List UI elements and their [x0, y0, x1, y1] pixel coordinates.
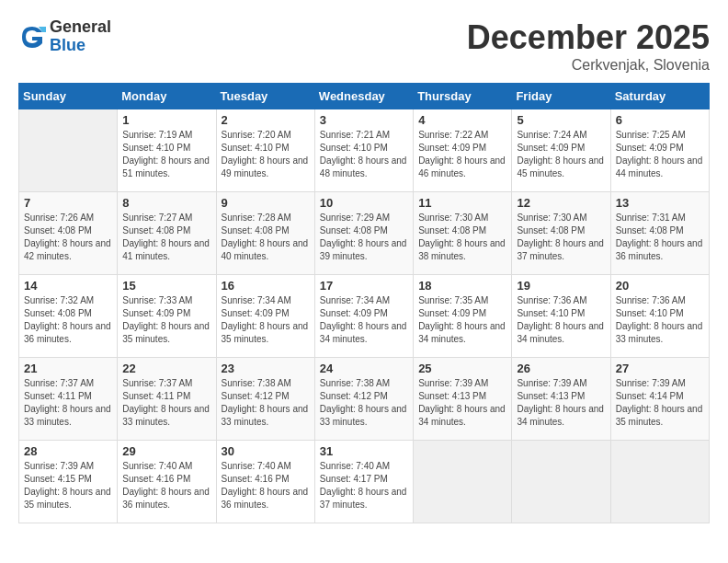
day-number: 9: [222, 196, 310, 210]
day-info: Sunrise: 7:21 AMSunset: 4:10 PMDaylight:…: [320, 129, 408, 180]
day-number: 13: [616, 196, 704, 210]
day-number: 22: [122, 362, 210, 375]
day-cell: 14Sunrise: 7:32 AMSunset: 4:08 PMDayligh…: [19, 275, 118, 358]
col-header-friday: Friday: [512, 84, 610, 109]
day-info: Sunrise: 7:39 AMSunset: 4:13 PMDaylight:…: [418, 377, 506, 429]
day-number: 19: [517, 279, 605, 293]
day-info: Sunrise: 7:34 AMSunset: 4:09 PMDaylight:…: [222, 294, 310, 346]
day-number: 4: [418, 113, 506, 127]
day-info: Sunrise: 7:24 AMSunset: 4:09 PMDaylight:…: [517, 129, 605, 180]
day-info: Sunrise: 7:19 AMSunset: 4:10 PMDaylight:…: [122, 129, 210, 180]
day-info: Sunrise: 7:39 AMSunset: 4:15 PMDaylight:…: [24, 460, 112, 511]
day-number: 17: [320, 279, 408, 293]
day-cell: [19, 109, 118, 192]
day-info: Sunrise: 7:31 AMSunset: 4:08 PMDaylight:…: [616, 212, 704, 263]
title-block: December 2025 Cerkvenjak, Slovenia: [467, 18, 710, 74]
day-cell: 2Sunrise: 7:20 AMSunset: 4:10 PMDaylight…: [216, 109, 314, 192]
calendar-table: SundayMondayTuesdayWednesdayThursdayFrid…: [18, 83, 710, 523]
day-cell: [610, 441, 709, 523]
day-info: Sunrise: 7:36 AMSunset: 4:10 PMDaylight:…: [517, 294, 605, 346]
week-row-1: 1Sunrise: 7:19 AMSunset: 4:10 PMDaylight…: [19, 109, 710, 192]
col-header-tuesday: Tuesday: [216, 84, 314, 109]
col-header-wednesday: Wednesday: [314, 84, 413, 109]
day-cell: 21Sunrise: 7:37 AMSunset: 4:11 PMDayligh…: [19, 358, 118, 441]
day-info: Sunrise: 7:26 AMSunset: 4:08 PMDaylight:…: [24, 212, 112, 263]
day-info: Sunrise: 7:39 AMSunset: 4:14 PMDaylight:…: [616, 377, 704, 429]
logo: General Blue: [18, 18, 111, 55]
day-cell: 26Sunrise: 7:39 AMSunset: 4:13 PMDayligh…: [512, 358, 610, 441]
day-info: Sunrise: 7:39 AMSunset: 4:13 PMDaylight:…: [517, 377, 605, 429]
day-cell: 18Sunrise: 7:35 AMSunset: 4:09 PMDayligh…: [414, 275, 512, 358]
day-info: Sunrise: 7:29 AMSunset: 4:08 PMDaylight:…: [320, 212, 408, 263]
day-cell: 23Sunrise: 7:38 AMSunset: 4:12 PMDayligh…: [216, 358, 314, 441]
day-cell: 13Sunrise: 7:31 AMSunset: 4:08 PMDayligh…: [610, 192, 709, 275]
col-header-saturday: Saturday: [610, 84, 709, 109]
day-number: 18: [418, 279, 506, 293]
day-info: Sunrise: 7:20 AMSunset: 4:10 PMDaylight:…: [222, 129, 310, 180]
day-info: Sunrise: 7:35 AMSunset: 4:09 PMDaylight:…: [418, 294, 506, 346]
day-number: 15: [122, 279, 210, 293]
day-info: Sunrise: 7:25 AMSunset: 4:09 PMDaylight:…: [616, 129, 704, 180]
day-cell: 25Sunrise: 7:39 AMSunset: 4:13 PMDayligh…: [414, 358, 512, 441]
logo-text: General Blue: [50, 18, 111, 55]
day-number: 1: [122, 113, 210, 127]
logo-icon: [18, 23, 46, 51]
day-info: Sunrise: 7:40 AMSunset: 4:16 PMDaylight:…: [122, 460, 210, 511]
day-cell: 4Sunrise: 7:22 AMSunset: 4:09 PMDaylight…: [414, 109, 512, 192]
day-number: 2: [222, 113, 310, 127]
day-cell: 11Sunrise: 7:30 AMSunset: 4:08 PMDayligh…: [414, 192, 512, 275]
day-cell: 30Sunrise: 7:40 AMSunset: 4:16 PMDayligh…: [216, 441, 314, 523]
day-cell: 8Sunrise: 7:27 AMSunset: 4:08 PMDaylight…: [118, 192, 216, 275]
week-row-5: 28Sunrise: 7:39 AMSunset: 4:15 PMDayligh…: [19, 441, 710, 523]
day-cell: 27Sunrise: 7:39 AMSunset: 4:14 PMDayligh…: [610, 358, 709, 441]
day-cell: 16Sunrise: 7:34 AMSunset: 4:09 PMDayligh…: [216, 275, 314, 358]
col-header-thursday: Thursday: [414, 84, 512, 109]
day-info: Sunrise: 7:27 AMSunset: 4:08 PMDaylight:…: [122, 212, 210, 263]
day-cell: 24Sunrise: 7:38 AMSunset: 4:12 PMDayligh…: [314, 358, 413, 441]
day-cell: 5Sunrise: 7:24 AMSunset: 4:09 PMDaylight…: [512, 109, 610, 192]
col-header-monday: Monday: [118, 84, 216, 109]
day-info: Sunrise: 7:38 AMSunset: 4:12 PMDaylight:…: [222, 377, 310, 429]
day-cell: 20Sunrise: 7:36 AMSunset: 4:10 PMDayligh…: [610, 275, 709, 358]
day-cell: 28Sunrise: 7:39 AMSunset: 4:15 PMDayligh…: [19, 441, 118, 523]
day-number: 26: [517, 362, 605, 375]
day-cell: 6Sunrise: 7:25 AMSunset: 4:09 PMDaylight…: [610, 109, 709, 192]
day-cell: 7Sunrise: 7:26 AMSunset: 4:08 PMDaylight…: [19, 192, 118, 275]
calendar-header-row: SundayMondayTuesdayWednesdayThursdayFrid…: [19, 84, 710, 109]
day-info: Sunrise: 7:30 AMSunset: 4:08 PMDaylight:…: [418, 212, 506, 263]
day-number: 5: [517, 113, 605, 127]
day-info: Sunrise: 7:36 AMSunset: 4:10 PMDaylight:…: [616, 294, 704, 346]
logo-general-text: General: [50, 18, 111, 37]
day-number: 6: [616, 113, 704, 127]
day-info: Sunrise: 7:40 AMSunset: 4:17 PMDaylight:…: [320, 460, 408, 511]
day-number: 30: [222, 444, 310, 458]
day-cell: [414, 441, 512, 523]
day-number: 8: [122, 196, 210, 210]
day-number: 20: [616, 279, 704, 293]
week-row-4: 21Sunrise: 7:37 AMSunset: 4:11 PMDayligh…: [19, 358, 710, 441]
day-number: 14: [24, 279, 112, 293]
day-number: 24: [320, 362, 408, 375]
day-number: 25: [418, 362, 506, 375]
day-cell: 10Sunrise: 7:29 AMSunset: 4:08 PMDayligh…: [314, 192, 413, 275]
col-header-sunday: Sunday: [19, 84, 118, 109]
day-number: 3: [320, 113, 408, 127]
day-cell: 3Sunrise: 7:21 AMSunset: 4:10 PMDaylight…: [314, 109, 413, 192]
day-info: Sunrise: 7:40 AMSunset: 4:16 PMDaylight:…: [222, 460, 310, 511]
day-cell: 15Sunrise: 7:33 AMSunset: 4:09 PMDayligh…: [118, 275, 216, 358]
day-cell: [512, 441, 610, 523]
day-number: 31: [320, 444, 408, 458]
month-title: December 2025: [467, 18, 710, 57]
day-info: Sunrise: 7:37 AMSunset: 4:11 PMDaylight:…: [24, 377, 112, 429]
day-cell: 19Sunrise: 7:36 AMSunset: 4:10 PMDayligh…: [512, 275, 610, 358]
day-number: 23: [222, 362, 310, 375]
day-info: Sunrise: 7:30 AMSunset: 4:08 PMDaylight:…: [517, 212, 605, 263]
day-cell: 22Sunrise: 7:37 AMSunset: 4:11 PMDayligh…: [118, 358, 216, 441]
day-number: 27: [616, 362, 704, 375]
day-number: 28: [24, 444, 112, 458]
day-number: 21: [24, 362, 112, 375]
day-number: 7: [24, 196, 112, 210]
day-info: Sunrise: 7:37 AMSunset: 4:11 PMDaylight:…: [122, 377, 210, 429]
day-cell: 29Sunrise: 7:40 AMSunset: 4:16 PMDayligh…: [118, 441, 216, 523]
day-cell: 12Sunrise: 7:30 AMSunset: 4:08 PMDayligh…: [512, 192, 610, 275]
